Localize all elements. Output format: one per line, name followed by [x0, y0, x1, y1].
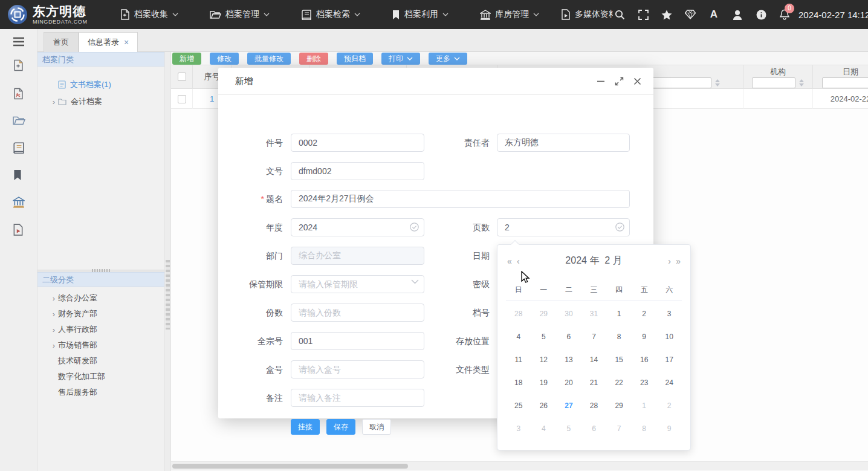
piece-no-input[interactable] [291, 134, 424, 152]
filter-input-org[interactable] [752, 77, 796, 88]
add-button[interactable]: 新增 [172, 53, 201, 65]
calendar-day[interactable]: 7 [606, 417, 632, 440]
calendar-day[interactable]: 2 [632, 302, 657, 325]
sort-icons[interactable] [799, 79, 804, 86]
calendar-day[interactable]: 31 [581, 302, 607, 325]
calendar-day[interactable]: 29 [606, 394, 632, 417]
menu-storeroom-manage[interactable]: 库房管理 [464, 0, 555, 29]
secondary-category-item[interactable]: › 技术研发部 [37, 353, 164, 369]
calendar-day[interactable]: 1 [632, 394, 657, 417]
select-all-checkbox[interactable] [178, 73, 186, 81]
bell-icon[interactable]: 0 [779, 9, 790, 20]
horizontal-scrollbar-thumb[interactable] [172, 464, 408, 469]
remarks-input[interactable] [291, 389, 424, 407]
tab-home[interactable]: 首页 [44, 32, 79, 52]
filter-input-date[interactable] [822, 77, 868, 88]
calendar-day[interactable]: 17 [656, 348, 682, 371]
fullscreen-icon[interactable] [638, 9, 649, 20]
calendar-day[interactable]: 16 [632, 348, 657, 371]
calendar-day[interactable]: 1 [606, 302, 632, 325]
calendar-day[interactable]: 8 [632, 417, 657, 440]
gem-icon[interactable] [685, 9, 696, 20]
calendar-day[interactable]: 6 [581, 417, 607, 440]
row-checkbox[interactable] [178, 95, 186, 103]
calendar-day[interactable]: 4 [531, 417, 557, 440]
calendar-day[interactable]: 21 [581, 371, 607, 394]
calendar-day[interactable]: 11 [506, 348, 531, 371]
tree-item-document-archive[interactable]: 文书档案(1) [37, 76, 164, 93]
tree-item-accounting-archive[interactable]: › 会计档案 [37, 93, 164, 110]
star-icon[interactable] [661, 9, 672, 20]
calendar-day[interactable]: 13 [556, 348, 581, 371]
batch-edit-button[interactable]: 批量修改 [247, 53, 291, 65]
file-collect-icon[interactable] [13, 59, 25, 71]
link-button[interactable]: 挂接 [291, 419, 320, 435]
calendar-day[interactable]: 20 [556, 371, 581, 394]
year-input[interactable] [291, 218, 424, 236]
sort-icons[interactable] [715, 79, 720, 86]
retention-period-select[interactable] [291, 275, 424, 293]
calendar-day[interactable]: 7 [581, 325, 607, 348]
calendar-day[interactable]: 28 [506, 302, 531, 325]
save-button[interactable]: 保存 [326, 419, 355, 435]
next-month-button[interactable]: › [668, 255, 671, 267]
year-select[interactable]: 2024 年 [565, 255, 599, 265]
more-button[interactable]: 更多 [429, 53, 467, 65]
calendar-day[interactable]: 19 [531, 371, 557, 394]
calendar-day[interactable]: 28 [581, 394, 607, 417]
calendar-day[interactable]: 30 [556, 302, 581, 325]
menu-archive-manage[interactable]: 档案管理 [194, 0, 285, 29]
font-size-icon[interactable]: A [708, 9, 719, 20]
next-year-button[interactable]: » [676, 255, 681, 267]
doc-no-input[interactable] [291, 162, 424, 180]
tab-info-entry[interactable]: 信息著录 × [79, 32, 138, 52]
calendar-day[interactable]: 4 [506, 325, 531, 348]
secondary-category-item[interactable]: › 市场销售部 [37, 337, 164, 353]
calendar-day[interactable]: 5 [531, 325, 557, 348]
title-input[interactable] [291, 190, 630, 208]
book-icon[interactable] [13, 142, 25, 154]
calendar-day[interactable]: 29 [531, 302, 557, 325]
secondary-category-item[interactable]: › 售后服务部 [37, 385, 164, 400]
close-icon[interactable] [632, 76, 643, 86]
calendar-day[interactable]: 18 [506, 371, 531, 394]
pre-archive-button[interactable]: 预归档 [337, 53, 373, 65]
calendar-day[interactable]: 26 [531, 394, 557, 417]
calendar-day[interactable]: 9 [656, 417, 682, 440]
maximize-icon[interactable] [614, 76, 624, 86]
menu-multimedia[interactable]: 多媒体资料 [555, 0, 613, 29]
pages-input[interactable] [497, 218, 630, 236]
calendar-day[interactable]: 22 [606, 371, 632, 394]
folder-open-icon[interactable] [13, 115, 25, 127]
print-button[interactable]: 打印 [381, 53, 420, 65]
calendar-day[interactable]: 14 [581, 348, 607, 371]
responsible-input[interactable] [497, 134, 630, 152]
calendar-day[interactable]: 24 [656, 371, 682, 394]
secondary-category-item[interactable]: › 人事行政部 [37, 322, 164, 337]
secondary-category-item[interactable]: › 数字化加工部 [37, 369, 164, 385]
menu-archive-collect[interactable]: 档案收集 [104, 0, 194, 29]
hamburger-menu-icon[interactable] [13, 37, 25, 49]
menu-archive-search[interactable]: 档案检索 [285, 0, 376, 29]
bookmark-icon[interactable] [13, 169, 25, 181]
calendar-day[interactable]: 12 [531, 348, 557, 371]
calendar-day[interactable]: 23 [632, 371, 657, 394]
minimize-icon[interactable] [595, 76, 606, 86]
info-icon[interactable] [756, 9, 766, 20]
search-icon[interactable] [614, 9, 625, 20]
calendar-day[interactable]: 8 [606, 325, 632, 348]
copies-input[interactable] [291, 304, 424, 322]
bank-icon[interactable] [13, 197, 25, 209]
calendar-day[interactable]: 25 [506, 394, 531, 417]
user-icon[interactable] [732, 9, 743, 20]
sidebar-scrollbar[interactable] [164, 52, 170, 471]
calendar-day[interactable]: 5 [556, 417, 581, 440]
calendar-day[interactable]: 15 [606, 348, 632, 371]
cancel-button[interactable]: 取消 [362, 419, 391, 435]
edit-button[interactable]: 修改 [210, 53, 239, 65]
secondary-category-item[interactable]: › 财务资产部 [37, 306, 164, 322]
calendar-day[interactable]: 9 [632, 325, 657, 348]
horizontal-scrollbar[interactable] [171, 461, 868, 470]
month-select[interactable]: 2 月 [604, 255, 622, 265]
delete-button[interactable]: 删除 [299, 53, 328, 65]
